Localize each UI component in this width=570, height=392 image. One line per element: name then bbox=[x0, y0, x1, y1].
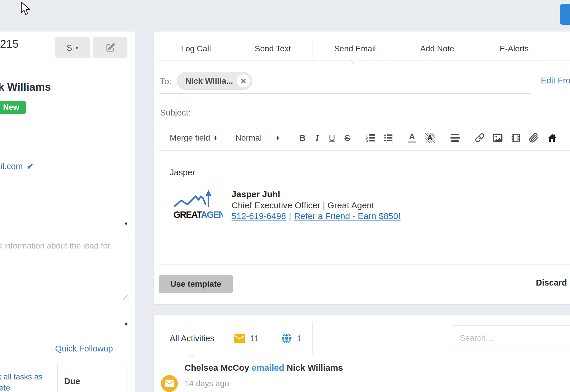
activity-feed-panel: All Activities 11 bbox=[154, 315, 570, 392]
tab-log-call[interactable]: Log Call bbox=[159, 37, 233, 60]
editor-toolbar: Merge field ▲▼ Normal ▲▼ B I U S 1 2 3 bbox=[159, 125, 570, 151]
email-body-editor[interactable]: Jasper GREATAGENT Jasper Juhl Chief Exec… bbox=[159, 151, 570, 265]
lead-notes-textarea[interactable] bbox=[0, 236, 130, 301]
status-dropdown-label: S bbox=[66, 43, 72, 53]
paragraph-style-label: Normal bbox=[235, 133, 262, 143]
envelope-icon bbox=[165, 380, 174, 387]
activity-item-title[interactable]: Chelsea McCoy emailed Nick Williams bbox=[185, 363, 343, 373]
merge-field-label: Merge field bbox=[170, 133, 210, 143]
tab-e-alerts[interactable]: E-Alerts bbox=[477, 37, 551, 60]
edit-from-link[interactable]: Edit Fro bbox=[541, 76, 570, 85]
lead-email-fragment: ail.com bbox=[0, 162, 23, 171]
home-template-icon[interactable] bbox=[547, 133, 557, 143]
signature-phone-link[interactable]: 512-619-6498 bbox=[231, 211, 286, 221]
greatagent-logo: GREATAGENT bbox=[173, 188, 223, 221]
remove-recipient-icon[interactable]: × bbox=[237, 74, 250, 88]
activity-timestamp: 14 days ago bbox=[185, 379, 229, 388]
font-color-button[interactable]: A bbox=[408, 133, 416, 143]
discard-button[interactable]: Discard bbox=[536, 278, 567, 288]
sort-arrows-icon: ▲▼ bbox=[276, 136, 280, 140]
insert-link-icon[interactable] bbox=[475, 133, 485, 143]
to-label: To: bbox=[160, 77, 171, 86]
envelope-icon bbox=[234, 334, 245, 343]
mark-all-tasks-link[interactable]: k all tasks as bbox=[0, 371, 57, 382]
subject-underline bbox=[159, 119, 570, 119]
filter-web-tab[interactable]: 1 bbox=[270, 322, 313, 355]
signature-separator: | bbox=[289, 211, 291, 221]
composer-tabbar: Log Call Send Text Send Email Add Note E… bbox=[159, 37, 570, 60]
notes-collapse-caret-icon[interactable]: ▼ bbox=[124, 221, 129, 227]
sort-arrows-icon: ▲▼ bbox=[214, 136, 218, 140]
filter-emails-tab[interactable]: 11 bbox=[223, 322, 270, 355]
lead-email-link[interactable]: ail.com ✔ bbox=[0, 162, 33, 171]
lead-phone-fragment: 215 bbox=[0, 38, 18, 50]
sidebar-divider bbox=[0, 312, 135, 312]
tab-send-text[interactable]: Send Text bbox=[233, 37, 313, 60]
attach-file-icon[interactable] bbox=[529, 133, 539, 143]
tab-all-activities[interactable]: All Activities bbox=[161, 322, 223, 355]
signature-title: Chief Executive Officer | Great Agent bbox=[231, 200, 374, 210]
activity-target: Nick Williams bbox=[287, 363, 343, 372]
align-button[interactable] bbox=[450, 134, 460, 142]
insert-video-icon[interactable] bbox=[511, 133, 521, 143]
mouse-cursor bbox=[20, 1, 31, 15]
due-column-header: Due bbox=[58, 364, 127, 392]
sidebar-divider bbox=[0, 211, 135, 211]
verified-check-icon: ✔ bbox=[0, 133, 1, 145]
email-verified-check-icon: ✔ bbox=[27, 162, 34, 171]
subject-input[interactable] bbox=[203, 105, 570, 118]
mark-tasks-cell: k all tasks as lete bbox=[0, 364, 58, 392]
recipient-chip-label: Nick Willia... bbox=[177, 76, 233, 86]
email-count: 11 bbox=[250, 334, 259, 343]
quick-followup-link[interactable]: Quick Followup bbox=[55, 344, 113, 354]
logo-great-text: GREAT bbox=[173, 210, 202, 220]
tasks-collapse-caret-icon[interactable]: ▼ bbox=[124, 321, 129, 327]
globe-icon bbox=[281, 333, 292, 344]
merge-field-dropdown[interactable]: Merge field ▲▼ bbox=[170, 133, 217, 143]
activity-search-input[interactable] bbox=[452, 325, 570, 351]
mark-all-tasks-link-line2[interactable]: lete bbox=[0, 382, 57, 392]
lead-sidebar: 215 S ▼ k Williams New ✔ ail.com ✔ ▼ ▼ Q bbox=[0, 32, 135, 392]
activity-avatar bbox=[161, 375, 178, 392]
activity-action: emailed bbox=[252, 363, 284, 372]
insert-image-icon[interactable] bbox=[493, 133, 503, 143]
signature-links: 512-619-6498|Refer a Friend - Earn $850! bbox=[231, 211, 401, 221]
activity-actor: Chelsea McCoy bbox=[185, 363, 249, 372]
edit-lead-button[interactable] bbox=[93, 37, 127, 58]
edit-pencil-icon bbox=[105, 43, 115, 53]
status-dropdown-button[interactable]: S ▼ bbox=[55, 37, 90, 58]
rich-text-editor: Merge field ▲▼ Normal ▲▼ B I U S 1 2 3 bbox=[159, 125, 570, 265]
paragraph-style-dropdown[interactable]: Normal ▲▼ bbox=[235, 133, 279, 143]
tasks-table: k all tasks as lete Due bbox=[0, 364, 127, 392]
highlight-color-button[interactable]: A bbox=[425, 133, 435, 143]
crm-screen: 215 S ▼ k Williams New ✔ ail.com ✔ ▼ ▼ Q bbox=[0, 0, 570, 392]
email-greeting-text: Jasper bbox=[170, 168, 195, 177]
recipient-chip[interactable]: Nick Willia... × bbox=[177, 72, 252, 90]
italic-button[interactable]: I bbox=[315, 133, 319, 143]
tab-send-email[interactable]: Send Email bbox=[313, 37, 397, 60]
ordered-list-button[interactable]: 1 2 3 bbox=[366, 134, 375, 142]
logo-agent-text: AGENT bbox=[201, 210, 223, 220]
email-composer-panel: Log Call Send Text Send Email Add Note E… bbox=[154, 32, 570, 304]
signature-name: Jasper Juhl bbox=[231, 189, 280, 199]
subject-label: Subject: bbox=[160, 108, 191, 118]
tab-add-note[interactable]: Add Note bbox=[397, 37, 477, 60]
refer-a-friend-link[interactable]: Refer a Friend - Earn $850! bbox=[294, 211, 401, 221]
status-badge: New bbox=[0, 101, 26, 114]
bold-button[interactable]: B bbox=[299, 133, 306, 143]
svg-text:GREATAGENT: GREATAGENT bbox=[173, 210, 223, 220]
tabbar-filler bbox=[551, 37, 570, 60]
lead-name-fragment: k Williams bbox=[0, 81, 51, 93]
web-count: 1 bbox=[297, 334, 301, 343]
unordered-list-button[interactable] bbox=[384, 134, 392, 141]
underline-button[interactable]: U bbox=[329, 133, 335, 143]
corner-action-button[interactable] bbox=[560, 4, 570, 25]
strikethrough-button[interactable]: S bbox=[345, 133, 350, 143]
to-underline bbox=[159, 93, 530, 94]
use-template-button[interactable]: Use template bbox=[159, 275, 233, 293]
chevron-down-icon: ▼ bbox=[75, 46, 79, 50]
